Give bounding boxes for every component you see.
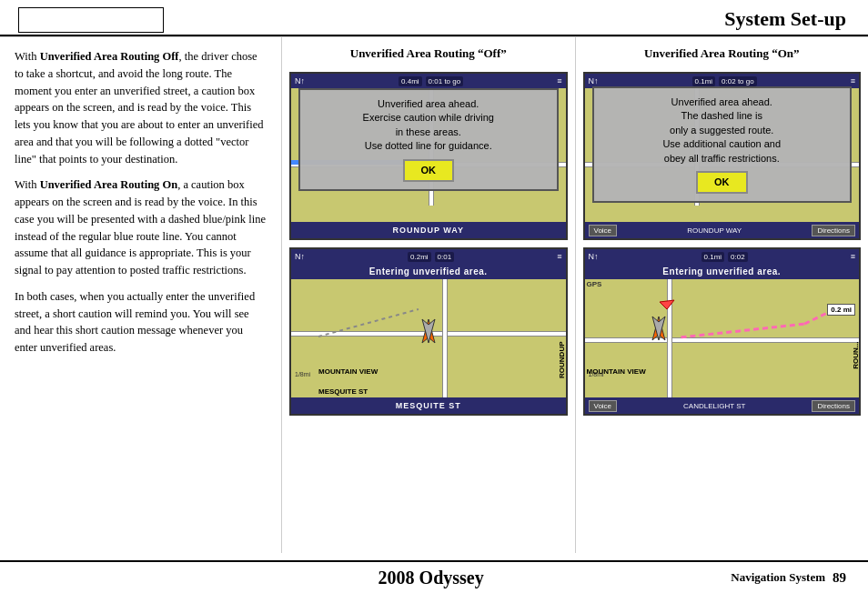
text-column: With Unverified Area Routing Off, the dr… [0,37,282,553]
dialog-off-1: Unverified area ahead. Exercise caution … [298,88,559,191]
nav-info-on-1: 0.1mi 0:02 to go [692,76,757,86]
dialog-on-line4: Use additional caution and [603,137,842,151]
nav-bottom-on-1: Voice ROUNDUP WAY Directions [585,222,860,238]
nav-info-off-1: 0.4mi 0:01 to go [399,76,463,86]
svg-line-0 [318,309,419,337]
nav-bottom-off-2: MESQUITE ST [291,397,566,414]
nav-screen-off-entering: N↑ 0.2mi 0:01 ≡ Entering unverified area… [289,247,568,416]
nav-screen-on-entering: N↑ 0.1mi 0:02 ≡ Entering unverified area… [583,247,862,416]
nav-compass-on-1: N↑ [589,76,599,85]
footer-page-num: 89 [833,570,846,586]
entering-bar-on: Entering unverified area. [585,264,860,279]
nav-info-on-2: 0.1mi 0:02 [701,252,748,262]
street-label-mq-off: MESQUITE ST [318,387,368,396]
scale-off: 1/8mi [295,371,310,377]
dialog-off-line2: Exercise caution while driving [309,111,548,125]
nav-compass-off-2: N↑ [295,252,305,261]
distance-label-on: 0.2 mi [827,304,855,316]
compass-on [645,315,672,342]
dialog-off-line4: Use dotted line for guidance. [309,139,548,153]
dialog-off-line3: in these areas. [309,126,548,139]
nav-top-bar-on-2: N↑ 0.1mi 0:02 ≡ [585,249,860,264]
voice-btn-on-2[interactable]: Voice [589,400,618,412]
street-on-1: ROUNDUP WAY [687,226,742,235]
nav-info-off-2: 0.2mi 0:01 [408,252,454,262]
column-on: Unverified Area Routing “On” N↑ 0.1mi 0:… [576,37,869,553]
page-footer: 2008 Odyssey Navigation System 89 [0,560,868,593]
paragraph-3: In both cases, when you actually enter t… [15,288,267,357]
nav-top-bar-off-1: N↑ 0.4mi 0:01 to go ≡ [291,74,566,88]
map-area-off-2: 1/8mi MOUNTAIN VIEW MESQUITE ST ROUNDUP [291,264,566,397]
nav-bottom-on-2: Voice CANDLELIGHT ST Directions [585,397,860,414]
directions-btn-on-1[interactable]: Directions [812,225,855,236]
column-off-title: Unverified Area Routing “Off” [289,46,568,61]
street-label-rw-off: ROUNDUP [558,341,566,377]
street-off-1: ROUNDUP WAY [392,226,464,235]
street-label-rn-on: ROUN... [852,341,860,368]
nav-compass-on-2: N↑ [589,252,599,261]
directions-btn-on-2[interactable]: Directions [812,400,855,412]
street-label-mv-off: MOUNTAIN VIEW [318,367,378,376]
footer-nav-label: Navigation System [731,570,825,585]
nav-screen-off-dialog: N↑ 0.4mi 0:01 to go ≡ Unverified are [289,72,568,240]
nav-bottom-off-1: ROUNDUP WAY [291,222,566,238]
column-on-title: Unverified Area Routing “On” [583,46,862,61]
dialog-on-line2: The dashed line is [603,109,842,123]
svg-marker-5 [660,300,674,309]
nav-screen-on-dialog: N↑ 0.1mi 0:02 to go ≡ Unverified area ah… [583,72,862,240]
dialog-ok-btn-on-1[interactable]: OK [696,171,748,194]
street-on-2: CANDLELIGHT ST [683,402,745,410]
map-area-on-2: 0.2 mi 1/8mi MOUNTAIN VIEW ROUN... GPS [585,264,860,397]
dialog-on-1: Unverified area ahead. The dashed line i… [592,86,853,203]
paragraph-1: With Unverified Area Routing Off, the dr… [15,48,267,167]
entering-bar-off: Entering unverified area. [291,264,566,279]
street-label-mv-on: MOUNTAIN VIEW [587,367,646,376]
dialog-on-line3: only a suggested route. [603,124,842,137]
dialog-ok-btn-off-1[interactable]: OK [403,159,455,182]
paragraph-2: With Unverified Area Routing On, a cauti… [15,176,267,279]
page-title: System Set-up [724,7,846,31]
svg-line-3 [681,324,804,337]
gps-label-on: GPS [587,280,602,288]
column-off: Unverified Area Routing “Off” N↑ 0.4mi 0… [282,37,576,553]
top-left-box [18,7,164,33]
dashed-route-on [585,264,860,397]
dialog-off-line1: Unverified area ahead. [309,97,548,111]
nav-top-bar-off-2: N↑ 0.2mi 0:01 ≡ [291,249,566,264]
street2-off: MESQUITE ST [396,401,461,410]
screens-area: Unverified Area Routing “Off” N↑ 0.4mi 0… [282,37,868,553]
footer-nav-system: Navigation System 89 [731,570,846,586]
dialog-on-line1: Unverified area ahead. [603,95,842,109]
compass-off [415,317,442,345]
footer-model: 2008 Odyssey [131,568,731,588]
voice-btn-on-1[interactable]: Voice [589,225,618,236]
main-content: With Unverified Area Routing Off, the dr… [0,36,868,553]
nav-compass-off-1: N↑ [295,76,305,85]
dialog-on-line5: obey all traffic restrictions. [603,152,842,166]
